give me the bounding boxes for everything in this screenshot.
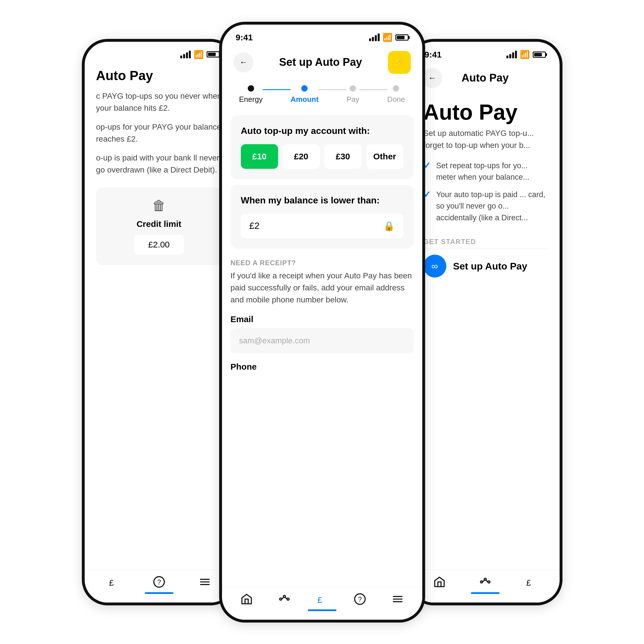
setup-autopay-button[interactable]: ∞ Set up Auto Pay: [411, 255, 560, 278]
nav-item-network-center[interactable]: [278, 593, 291, 605]
signal-bars-right: [506, 51, 517, 58]
amount-30-button[interactable]: £30: [324, 144, 362, 169]
receipt-section: NEED A RECEIPT? If you'd like a receipt …: [222, 254, 422, 306]
pound-icon-left: £: [107, 576, 120, 588]
step-done: Done: [387, 85, 405, 104]
step-label-energy: Energy: [239, 95, 263, 104]
credit-value: £2.00: [134, 235, 184, 255]
scene: 📶 Auto Pay c PAYG top-ups so you never w…: [0, 0, 644, 644]
svg-line-10: [285, 597, 287, 599]
svg-line-21: [486, 580, 488, 582]
svg-point-7: [283, 595, 285, 597]
amount-other-button[interactable]: Other: [366, 144, 403, 169]
lightning-icon: ⚡: [393, 56, 406, 68]
step-amount: Amount: [290, 85, 318, 104]
status-time-right: 9:41: [425, 50, 442, 60]
nav-item-help-center[interactable]: ?: [354, 593, 366, 605]
step-energy: Energy: [239, 85, 263, 104]
wifi-icon-center: 📶: [383, 33, 393, 42]
phone-center: 9:41 📶 ← Set up Auto Pay ⚡: [219, 22, 425, 623]
battery-right: [533, 51, 546, 58]
nav-item-menu-left[interactable]: [199, 576, 211, 588]
svg-text:?: ?: [157, 578, 161, 586]
auto-pay-heading: Auto Pay: [411, 94, 560, 127]
lightning-button-center[interactable]: ⚡: [388, 51, 411, 74]
balance-card: When my balance is lower than: £2 🔒: [231, 185, 414, 249]
topup-card: Auto top-up my account with: £10 £20 £30…: [231, 115, 414, 179]
check-text-2: Your auto top-up is paid ... card, so yo…: [436, 189, 547, 224]
step-pay: Pay: [346, 85, 359, 104]
phone-right: 9:41 📶 ← Auto Pay Auto Pay Set up automa…: [408, 39, 562, 605]
amount-10-button[interactable]: £10: [241, 144, 278, 169]
receipt-label: NEED A RECEIPT?: [231, 259, 414, 267]
nav-header-right: ← Auto Pay: [411, 62, 560, 94]
phone-field-label: Phone: [222, 362, 422, 372]
receipt-desc: If you'd like a receipt when your Auto P…: [231, 270, 414, 306]
credit-card: 🗑 Credit limit £2.00: [96, 187, 222, 265]
step-line-1: [263, 89, 290, 90]
status-bar-left: 📶: [85, 42, 233, 62]
email-field-label: Email: [222, 314, 422, 324]
step-line-2: [319, 89, 346, 90]
svg-point-19: [488, 581, 490, 583]
step-line-3: [359, 89, 387, 90]
svg-point-6: [280, 598, 282, 600]
balance-input-row: £2 🔒: [241, 214, 403, 238]
bottom-nav-left: £ ?: [85, 570, 233, 603]
step-label-amount: Amount: [290, 95, 318, 104]
svg-line-20: [482, 580, 484, 582]
nav-item-help-left[interactable]: ?: [153, 576, 165, 588]
phone-left: 📶 Auto Pay c PAYG top-ups so you never w…: [82, 39, 236, 605]
nav-item-pound-right[interactable]: £: [525, 576, 537, 588]
svg-point-17: [480, 581, 482, 583]
lock-icon: 🔒: [383, 221, 395, 231]
pound-icon-center: £: [316, 593, 328, 605]
step-dot-pay: [350, 85, 356, 92]
nav-item-pound-center[interactable]: £: [316, 593, 328, 605]
topup-card-title: Auto top-up my account with:: [241, 126, 403, 136]
svg-text:£: £: [109, 578, 114, 587]
signal-bars-left: [180, 51, 191, 58]
nav-item-pound-left[interactable]: £: [107, 576, 120, 588]
battery-left: [207, 51, 220, 58]
svg-line-9: [282, 597, 283, 599]
left-title: Auto Pay: [96, 68, 222, 83]
amount-grid: £10 £20 £30 Other: [241, 144, 403, 169]
status-bar-right: 9:41 📶: [411, 42, 560, 62]
svg-text:?: ?: [358, 595, 362, 603]
svg-point-8: [287, 598, 289, 600]
wifi-icon-left: 📶: [194, 50, 204, 59]
network-icon-right: [479, 576, 492, 588]
network-icon-center: [278, 593, 291, 605]
back-button-center[interactable]: ←: [233, 52, 253, 72]
nav-item-home-center[interactable]: [240, 593, 253, 605]
svg-point-18: [484, 578, 486, 580]
help-icon-center: ?: [354, 593, 366, 605]
signal-bars-center: [369, 33, 380, 41]
nav-header-center: ← Set up Auto Pay ⚡: [222, 45, 422, 80]
left-subtitle2: op-ups for your PAYG your balance reache…: [96, 121, 222, 145]
bottom-nav-center: £ ?: [222, 587, 422, 620]
step-label-pay: Pay: [346, 95, 359, 104]
status-icons-center: 📶: [369, 33, 409, 42]
left-phone-content: Auto Pay c PAYG top-ups so you never whe…: [85, 62, 233, 271]
nav-item-home-right[interactable]: [433, 576, 446, 588]
nav-item-menu-center[interactable]: [391, 593, 404, 605]
battery-center: [395, 34, 409, 41]
trash-icon: 🗑: [152, 198, 166, 213]
email-input[interactable]: sam@example.com: [231, 328, 414, 353]
left-subtitle3: o-up is paid with your bank ll never go …: [96, 152, 222, 176]
status-bar-center: 9:41 📶: [222, 25, 422, 45]
stepper: Energy Amount Pay Done: [222, 80, 422, 110]
page-title-right: Auto Pay: [461, 72, 509, 84]
svg-text:£: £: [317, 595, 322, 604]
balance-value: £2: [249, 221, 260, 231]
nav-underline-right: [471, 592, 500, 594]
nav-underline-left: [145, 592, 173, 594]
nav-item-network-right[interactable]: [479, 576, 492, 588]
back-button-right[interactable]: ←: [422, 68, 442, 88]
setup-btn-label: Set up Auto Pay: [453, 261, 527, 272]
step-dot-amount: [301, 85, 308, 92]
amount-20-button[interactable]: £20: [283, 144, 320, 169]
menu-icon-left: [199, 576, 211, 588]
